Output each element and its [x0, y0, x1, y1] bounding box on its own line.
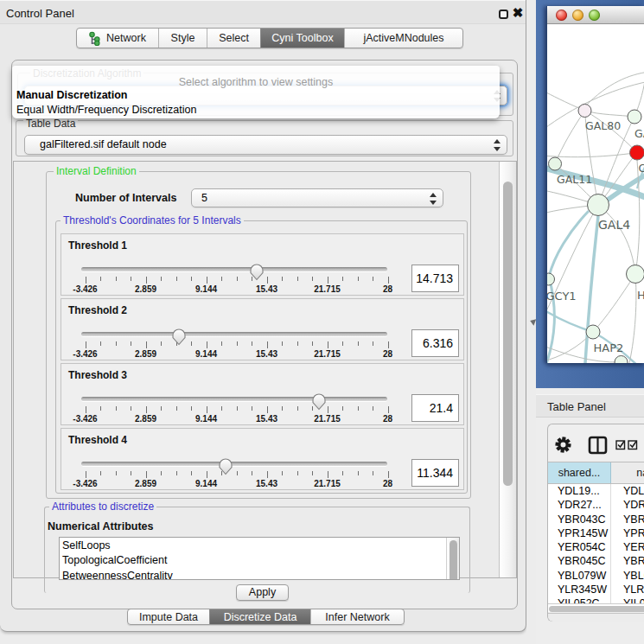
gear-icon[interactable] [555, 437, 571, 452]
slider-thumb[interactable] [172, 328, 186, 346]
tab-network[interactable]: Network [77, 29, 158, 48]
columns-icon[interactable] [590, 437, 606, 453]
slider-tick-label: 21.715 [314, 479, 341, 488]
slider-tick [328, 471, 328, 478]
table-hscrollbar-thumb[interactable] [549, 606, 644, 612]
network-edge[interactable] [585, 111, 635, 117]
table-row[interactable]: YIL052CYIL052C [548, 596, 644, 603]
column-header-shared-name[interactable]: shared... [548, 462, 611, 483]
apply-button[interactable]: Apply [236, 584, 289, 601]
table-data-combobox[interactable]: galFiltered.sif default node [24, 135, 507, 155]
slider-thumb[interactable] [219, 458, 233, 475]
table-row[interactable]: YBR045CYBR045C [548, 554, 644, 568]
settings-scrollbar[interactable] [499, 162, 516, 577]
dropdown-item[interactable]: Manual Discretization [16, 89, 128, 101]
network-edge[interactable] [629, 274, 636, 363]
number-of-intervals-combobox[interactable]: 5 [191, 188, 443, 207]
network-node[interactable] [627, 265, 644, 284]
list-scrollbar-thumb[interactable] [450, 540, 457, 580]
slider-thumb[interactable] [312, 393, 326, 411]
cell-shared-name: YLR345W [548, 583, 611, 596]
table-row[interactable]: YBR043CYBR043C [548, 513, 644, 526]
list-scrollbar[interactable] [446, 538, 459, 579]
table-row[interactable]: YER054CYER054C [548, 540, 644, 554]
attributes-group: Attributes to discretize Numerical Attri… [44, 507, 470, 593]
network-edge[interactable] [598, 205, 635, 274]
slider-track[interactable] [81, 267, 387, 271]
close-icon[interactable]: ✖ [512, 4, 524, 22]
threshold-value-field[interactable]: 11.344 [411, 459, 459, 487]
threshold-value-field[interactable]: 6.316 [411, 329, 459, 357]
settings-scrollbar-thumb[interactable] [503, 182, 513, 486]
slider-tick [373, 277, 373, 281]
slider-tick-label: 15.43 [256, 414, 277, 424]
slider-tick [252, 471, 252, 475]
tab-label: Select [219, 32, 249, 44]
attribute-list-item[interactable]: SelfLoops [60, 539, 459, 553]
network-node[interactable] [588, 194, 609, 216]
slider-track[interactable] [81, 462, 387, 466]
slider-tick [373, 406, 373, 411]
tab-label: jActiveMNodules [363, 32, 443, 44]
attribute-list-item[interactable]: BetweennessCentrality [60, 569, 459, 580]
column-header-name[interactable]: name [611, 462, 644, 483]
table-row[interactable]: YDL19...YDL194W [548, 484, 644, 498]
slider-tick-label: 9.144 [195, 349, 217, 359]
dropdown-item[interactable]: Equal Width/Frequency Discretization [16, 104, 196, 116]
slider-tick [146, 406, 147, 413]
network-edge-thick[interactable] [549, 211, 589, 277]
slider-track[interactable] [81, 397, 387, 401]
slider-tick [100, 341, 101, 346]
tab-infer-network[interactable]: Infer Network [310, 609, 404, 624]
slider-thumb[interactable] [250, 264, 264, 281]
network-node[interactable] [586, 325, 600, 339]
zoom-traffic-light-icon[interactable] [589, 10, 600, 21]
network-edge[interactable] [593, 274, 635, 332]
slider-tick [358, 406, 359, 411]
cell-name: YIL052C [611, 596, 644, 603]
tab-label: Discretize Data [224, 611, 297, 623]
cell-name: YBL079W [611, 569, 644, 583]
network-node[interactable] [547, 273, 555, 285]
tab-select[interactable]: Select [207, 29, 260, 48]
numerical-attributes-list[interactable]: SelfLoopsTopologicalCoefficientBetweenne… [59, 537, 460, 580]
network-canvas[interactable]: GAL80GACGAL11GAL4GCY1HHAP2 [547, 24, 644, 363]
table-row[interactable]: YPR145WYPR145W [548, 526, 644, 540]
threshold-value-field[interactable]: 14.713 [411, 265, 459, 292]
table-hscrollbar[interactable] [548, 603, 644, 612]
checkbox-icon[interactable] [616, 441, 625, 450]
cell-shared-name: YDR27... [548, 498, 611, 512]
checkbox-icon[interactable] [628, 441, 637, 450]
network-edge[interactable] [547, 153, 637, 157]
attribute-list-item[interactable]: TopologicalCoefficient [60, 553, 459, 568]
slider-tick-label: -3.426 [73, 414, 97, 424]
network-node[interactable] [578, 105, 591, 118]
dropdown-item-prompt[interactable]: Select algorithm to view settings [12, 76, 500, 88]
close-traffic-light-icon[interactable] [556, 10, 567, 21]
slider-tick [373, 471, 373, 475]
group-title: Attributes to discretize [49, 501, 156, 513]
slider-tick [221, 277, 222, 281]
tab-style[interactable]: Style [158, 29, 207, 48]
combo-arrows-icon [429, 192, 437, 206]
table-row[interactable]: YDR27...YDR277C [548, 498, 644, 512]
tab-discretize-data[interactable]: Discretize Data [209, 609, 310, 624]
network-node-label: GAL11 [557, 173, 592, 186]
network-node[interactable] [628, 110, 641, 124]
minimize-traffic-light-icon[interactable] [572, 10, 583, 21]
threshold-value-field[interactable]: 21.4 [411, 394, 459, 422]
network-node[interactable] [549, 157, 562, 170]
tab-impute-data[interactable]: Impute Data [128, 609, 209, 624]
slider-tick [176, 277, 177, 281]
tab-jactivemnodules[interactable]: jActiveMNodules [344, 29, 462, 48]
slider-track[interactable] [81, 332, 387, 336]
network-node[interactable] [615, 356, 628, 364]
tab-cyni-toolbox[interactable]: Cyni Toolbox [260, 29, 344, 48]
network-edge[interactable] [585, 72, 644, 106]
table-row[interactable]: YBL079WYBL079W [548, 569, 644, 583]
float-window-icon[interactable] [499, 10, 508, 19]
network-node[interactable] [630, 145, 644, 160]
table-row[interactable]: YLR345WYLR345W [548, 583, 644, 596]
slider-tick [342, 341, 343, 346]
slider-tick [221, 406, 222, 411]
